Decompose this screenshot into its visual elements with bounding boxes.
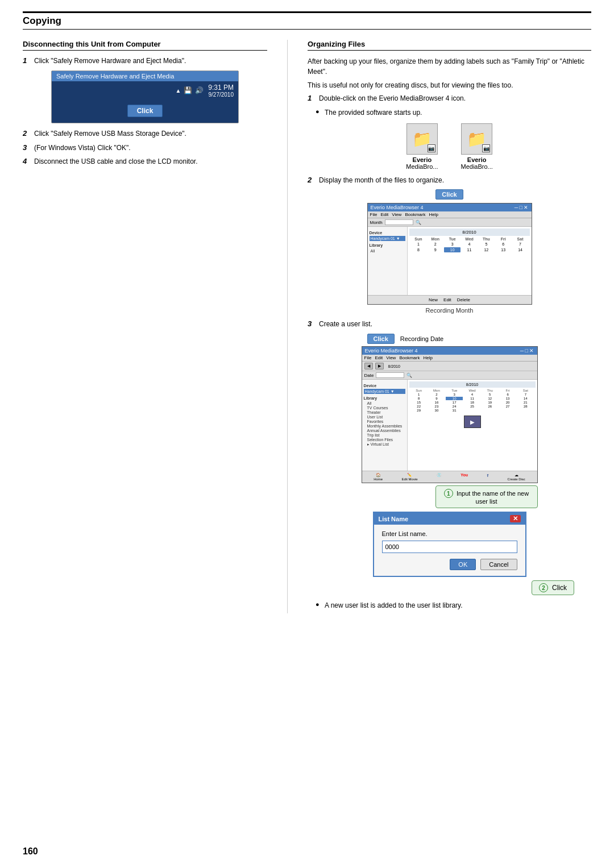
left-step-1: 1 Click "Safely Remove Hardware and Ejec… bbox=[23, 56, 267, 66]
annotation-text-1: Input the name of the new user list bbox=[457, 490, 529, 505]
upload-icon: ☁ bbox=[515, 473, 518, 477]
mb-title-text: Everio MediaBrowser 4 bbox=[371, 205, 424, 210]
annotation-1-wrapper: 1 Input the name of the new user list bbox=[362, 485, 538, 508]
camera-badge-2: 📷 bbox=[482, 144, 490, 152]
mb-lib-tv[interactable]: TV Courses bbox=[364, 406, 405, 410]
mb-toolbar-back[interactable]: ◀ bbox=[364, 363, 373, 369]
recording-date-label: Recording Date bbox=[400, 335, 443, 342]
right-step-3: 3 Create a user list. bbox=[308, 319, 591, 329]
mb-lib-new[interactable]: ▸ Virtual List bbox=[364, 442, 405, 447]
annotation-click-text: Click bbox=[552, 584, 567, 592]
youtube-icon: You bbox=[460, 473, 468, 477]
mb-search-icon[interactable]: 🔍 bbox=[416, 220, 421, 225]
taskbar-click-button[interactable]: Click bbox=[127, 105, 163, 117]
mb-date-search-icon[interactable]: 🔍 bbox=[406, 373, 412, 378]
mb-lib-item1[interactable]: All bbox=[370, 248, 405, 254]
right-step-1: 1 Double-click on the Everio MediaBrowse… bbox=[308, 94, 591, 103]
dialog-close-button[interactable]: ✕ bbox=[510, 515, 521, 522]
mb-lib-monthly[interactable]: Monthly Assemblies bbox=[364, 424, 405, 428]
mb-footer-upload[interactable]: ☁ Create Disc bbox=[507, 473, 525, 481]
everio-sub-2: MediaBro... bbox=[461, 163, 493, 170]
intro-text-2: This is useful not only for creating dis… bbox=[308, 80, 591, 90]
mb-searchbar-step2: Month 🔍 bbox=[368, 218, 532, 227]
left-step-2: 2 Click "Safely Remove USB Mass Storage … bbox=[23, 129, 267, 139]
right-step-1-num: 1 bbox=[308, 94, 316, 102]
mb-lib-theater[interactable]: Theater bbox=[364, 410, 405, 414]
mb-footer-edit[interactable]: ✏️ Edit Movie bbox=[402, 473, 418, 481]
mb-body-step3: Device Handycam 01 ▼ Library All TV Cour… bbox=[362, 380, 537, 471]
everio-sub-1: MediaBro... bbox=[406, 163, 438, 170]
dialog-title-text: List Name bbox=[379, 516, 409, 522]
mb-menubar-step3: File Edit View Bookmark Help bbox=[362, 355, 537, 362]
dialog-cancel-button[interactable]: Cancel bbox=[480, 559, 517, 570]
thumbnail-area: ▶ bbox=[409, 413, 536, 430]
mb-lib-courses[interactable]: All bbox=[364, 401, 405, 405]
taskbar-device-icon: 💾 bbox=[184, 86, 192, 94]
mb-footer-copy[interactable]: 💿 bbox=[437, 473, 442, 481]
dialog-titlebar: List Name ✕ bbox=[374, 513, 525, 525]
right-step-1-bullet: ● The provided software starts up. bbox=[316, 108, 591, 118]
taskbar-speaker-icon: 🔊 bbox=[195, 86, 204, 94]
mb-device-item[interactable]: Handycam 01 ▼ bbox=[370, 236, 405, 241]
left-section-heading: Disconnecting this Unit from Computer bbox=[23, 40, 267, 51]
annotation-bubble-2: 2 Click bbox=[532, 580, 574, 595]
final-bullet-text: A new user list is added to the user lis… bbox=[325, 601, 463, 610]
left-step-4-text: Disconnect the USB cable and close the L… bbox=[34, 157, 197, 167]
dialog-ok-button[interactable]: OK bbox=[450, 559, 476, 570]
left-step-2-num: 2 bbox=[23, 129, 31, 138]
mb-toolbar-forward[interactable]: ▶ bbox=[375, 363, 384, 369]
dialog-list-name-input[interactable] bbox=[382, 541, 517, 553]
right-step-1-bullet-text: The provided software starts up. bbox=[325, 108, 422, 118]
everio-icon-2: 📁 📷 Everio MediaBro... bbox=[461, 123, 493, 170]
mb-lib-userlist[interactable]: User List bbox=[364, 415, 405, 419]
taskbar-arrow-icon: ▲ bbox=[175, 88, 181, 94]
mb-screenshot-step2-wrapper: Click Everio MediaBrowser 4 ─ □ ✕ File E… bbox=[367, 189, 532, 314]
annotation-bubble-1: 1 Input the name of the new user list bbox=[435, 485, 538, 508]
left-step-4-num: 4 bbox=[23, 157, 31, 165]
right-step-2: 2 Display the month of the files to orga… bbox=[308, 176, 591, 185]
mb-footer-step2: New Edit Delete bbox=[368, 295, 532, 304]
listname-dialog: List Name ✕ Enter List name. OK Cancel bbox=[373, 512, 526, 577]
left-step-3: 3 (For Windows Vista) Click "OK". bbox=[23, 143, 267, 153]
circled-num-2: 2 bbox=[539, 583, 548, 592]
left-step-3-text: (For Windows Vista) Click "OK". bbox=[34, 143, 131, 153]
right-step-3-text: Create a user list. bbox=[319, 319, 372, 329]
dialog-body: Enter List name. OK Cancel bbox=[374, 525, 525, 576]
mb-calendar: Sun Mon Tue Wed Thu Fri Sat 1 2 3 4 bbox=[409, 236, 530, 254]
step2-click-button[interactable]: Click bbox=[435, 189, 463, 200]
mb-content-step3: 8/2010 Sun Mon Tue Wed Thu Fri Sat 1 2 bbox=[408, 380, 537, 471]
mb-grid-step3: Sun Mon Tue Wed Thu Fri Sat 1 2 3 4 bbox=[409, 388, 536, 413]
mb-lib-favorites[interactable]: Favorites bbox=[364, 420, 405, 423]
columns: Disconnecting this Unit from Computer 1 … bbox=[23, 40, 591, 613]
mb-lib-select[interactable]: Selection Files bbox=[364, 438, 405, 442]
mb-lib-annual[interactable]: Annual Assemblies bbox=[364, 429, 405, 433]
mb-body-step2: Device Handycam 01 ▼ Library All 8/2010 … bbox=[368, 227, 532, 295]
everio-img-1: 📁 📷 bbox=[406, 123, 438, 155]
mb-device-item-s3[interactable]: Handycam 01 ▼ bbox=[364, 389, 405, 394]
step3-click-button[interactable]: Click bbox=[367, 334, 395, 344]
step2-click-btn-container: Click bbox=[367, 189, 532, 200]
taskbar-screenshot: Safely Remove Hardware and Eject Media ▲… bbox=[51, 70, 239, 123]
right-final-bullet: ● A new user list is added to the user l… bbox=[316, 601, 591, 610]
step3-header-row: Click Recording Date bbox=[362, 334, 538, 344]
left-column: Disconnecting this Unit from Computer 1 … bbox=[23, 40, 267, 613]
left-step-3-num: 3 bbox=[23, 143, 31, 152]
everio-label-2: Everio bbox=[461, 156, 493, 163]
mb-lib-trip[interactable]: Trip list bbox=[364, 433, 405, 437]
mb-screenshot-step3-wrapper: Click Recording Date Everio MediaBrowser… bbox=[362, 334, 538, 508]
mb-window-controls: ─ □ ✕ bbox=[515, 205, 529, 210]
taskbar-date: 9/27/2010 bbox=[208, 92, 234, 98]
mb-footer-youtube[interactable]: You bbox=[460, 473, 468, 481]
facebook-icon: f bbox=[487, 473, 488, 478]
right-column: Organizing Files After backing up your f… bbox=[308, 40, 591, 613]
everio-icons-row: 📁 📷 Everio MediaBro... 📁 📷 Everio MediaB… bbox=[308, 123, 591, 170]
page-title: Copying bbox=[23, 15, 591, 27]
mb-search-input[interactable] bbox=[385, 219, 413, 225]
mb-footer-facebook[interactable]: f bbox=[487, 473, 488, 481]
right-step-2-text: Display the month of the files to organi… bbox=[319, 176, 444, 185]
right-step-1-text: Double-click on the Everio MediaBrowser … bbox=[319, 94, 466, 103]
page: Copying Disconnecting this Unit from Com… bbox=[0, 0, 614, 868]
mb-footer-home[interactable]: 🏠 Home bbox=[374, 473, 383, 481]
mb-date-search-input[interactable] bbox=[376, 372, 404, 378]
dialog-field-label: Enter List name. bbox=[382, 530, 517, 537]
